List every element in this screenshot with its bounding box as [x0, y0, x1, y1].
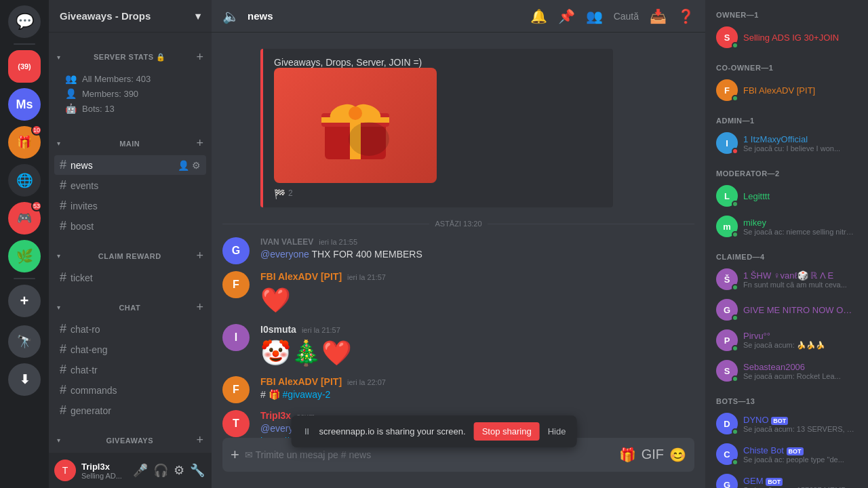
attach-icon[interactable]: +	[231, 438, 239, 472]
members-icon-header[interactable]: 👥	[586, 8, 603, 24]
embed-text: Giveaways, Drops, Server, JOIN =)	[274, 57, 602, 68]
msg-timestamp-2: ieri la 21:57	[347, 273, 386, 281]
member-name: Selling ADS IG 30+JOIN	[743, 33, 857, 43]
member-info: FBI AlexADV [PIT]	[743, 85, 857, 96]
channel-item-events[interactable]: # events	[54, 176, 206, 195]
svg-point-7	[349, 122, 389, 156]
add-server-button[interactable]: +	[8, 285, 41, 317]
member-item[interactable]: C Chiste Bot BOT Se joacă ac: people typ…	[711, 439, 863, 469]
channel-item-commands[interactable]: # commands	[54, 380, 206, 400]
server-icon-giveaways[interactable]: (39)	[8, 50, 41, 83]
notification-text: screennapp.io is sharing your screen.	[319, 426, 466, 436]
hash-icon-commands: #	[60, 383, 66, 397]
category-header-stats[interactable]: ▾ MAIN SERVER STATS 🔒 +	[54, 49, 206, 66]
msg-content-2: FBI AlexADV [PIT] ieri la 21:57 ❤️	[260, 271, 694, 317]
channel-header-hash-icon: 🔈	[222, 8, 239, 24]
giveaways-category-label: GIVEAWAYS	[106, 436, 153, 445]
chat-plus-icon[interactable]: +	[196, 300, 203, 314]
members-category-moderator-2: MODERATOR—2	[705, 159, 868, 180]
channel-sidebar: Giveaways - Drops ▾ ▾ MAIN SERVER STATS …	[49, 0, 212, 488]
server-name-bar[interactable]: Giveaways - Drops ▾	[49, 0, 212, 33]
channel-item-chat-tr[interactable]: # chat-tr	[54, 360, 206, 380]
input-icons: 🎁 GIF 😊	[619, 447, 686, 463]
msg-text-1: @everyone THX FOR 400 MEMBERS	[260, 248, 694, 261]
emoji-icon[interactable]: 😊	[669, 447, 686, 463]
bot-badge: BOT	[787, 447, 804, 455]
channel-item-chat-ro[interactable]: # chat-ro	[54, 319, 206, 339]
member-item[interactable]: F FBI AlexADV [PIT]	[711, 75, 863, 105]
member-info: GIVE ME NITRO NOW OR I W...	[743, 305, 857, 315]
inbox-icon[interactable]: 📥	[650, 8, 667, 24]
dm-button[interactable]: 💬	[8, 5, 41, 38]
channel-item-news[interactable]: # news 👤 ⚙	[54, 155, 206, 175]
channel-item-ticket[interactable]: # ticket	[54, 268, 206, 287]
app: 💬 (39) Ms 🎁 10 🌐 🎮 53 🌿 + 🔭 ⬇ Giveaways …	[0, 0, 868, 488]
member-name: Chiste Bot BOT	[743, 445, 857, 455]
server-icon-6[interactable]: 🌿	[8, 240, 41, 272]
mute-icon[interactable]: 🎤	[132, 462, 149, 479]
members-sidebar: OWNER—1 S Selling ADS IG 30+JOIN CO-OWNE…	[705, 0, 868, 488]
msg-text-3: 🤡🎄❤️	[260, 336, 694, 370]
member-sub: Se joacă acum: 13 SERVERS, 1345,797 se..…	[743, 425, 857, 433]
settings-icon[interactable]: 👤	[178, 160, 189, 171]
search-bar[interactable]: Caută	[614, 11, 639, 22]
help-icon[interactable]: ❓	[677, 8, 694, 24]
hash-icon-events: #	[60, 178, 66, 192]
status-indicator	[732, 428, 738, 435]
member-item[interactable]: S Selling ADS IG 30+JOIN	[711, 22, 863, 52]
member-item[interactable]: G GEM BOT Se joacă acum: 157637 MEMBE...	[711, 470, 863, 488]
bots-text: Bots: 13	[82, 104, 115, 114]
category-header-giveaways[interactable]: ▾ GIVEAWAYS +	[54, 432, 206, 449]
deafen-icon[interactable]: 🎧	[152, 462, 170, 479]
channel-name-generator: generator	[71, 405, 201, 416]
server-icon-4[interactable]: 🌐	[8, 164, 41, 197]
giveaway-link[interactable]: #givaway-2	[283, 389, 331, 400]
gear-icon[interactable]: ⚙	[192, 160, 201, 171]
member-item[interactable]: L Legitttt	[711, 181, 863, 211]
member-item[interactable]: I 1 ItzMaxyOfficial Se joacă cu: I belie…	[711, 128, 863, 158]
stats-plus-icon[interactable]: +	[196, 50, 203, 64]
member-item[interactable]: S Sebastean2006 Se joacă acum: Rocket Le…	[711, 356, 863, 386]
bell-icon[interactable]: 🔔	[530, 8, 547, 24]
channel-item-drops[interactable]: # drops	[54, 452, 206, 453]
member-item[interactable]: m mikey Se joacă ac: niemce selling nitr…	[711, 211, 863, 241]
member-name: 1 ŠHW ♀vanℓ🎲 ℝ Λ Ε	[743, 270, 857, 281]
notification-bar: ⏸ screennapp.io is sharing your screen. …	[292, 415, 577, 447]
user-info: TripI3x Selling AD...	[81, 462, 126, 480]
server-icon-2[interactable]: Ms	[8, 88, 41, 121]
claim-plus-icon[interactable]: +	[196, 249, 203, 263]
pause-icon: ⏸	[302, 426, 311, 436]
user-extra-icon[interactable]: 🔧	[189, 462, 206, 479]
member-item[interactable]: Š 1 ŠHW ♀vanℓ🎲 ℝ Λ Ε Fn sunt mult că am …	[711, 264, 863, 294]
member-name: Sebastean2006	[743, 362, 857, 372]
divider-line-right	[488, 224, 694, 224]
giveaways-plus-icon[interactable]: +	[196, 433, 203, 447]
member-sub: Se joacă acum: 157637 MEMBE...	[743, 486, 857, 489]
channel-item-boost[interactable]: # boost	[54, 216, 206, 236]
channel-item-generator[interactable]: # generator	[54, 401, 206, 420]
member-item[interactable]: P Pirvu°° Se joacă acum: 🍌🍌🍌	[711, 325, 863, 355]
category-header-chat[interactable]: ▾ CHAT +	[54, 299, 206, 316]
member-sub: Se joacă ac: niemce selling nitro for le…	[743, 228, 857, 236]
settings-icon-user[interactable]: ⚙	[172, 462, 186, 479]
pin-icon[interactable]: 📌	[558, 8, 575, 24]
category-server-stats: ▾ MAIN SERVER STATS 🔒 + 👥 All Members: 4…	[49, 38, 212, 124]
member-item[interactable]: D DYNO BOT Se joacă acum: 13 SERVERS, 13…	[711, 409, 863, 439]
member-item[interactable]: G GIVE ME NITRO NOW OR I W...	[711, 295, 863, 325]
main-plus-icon[interactable]: +	[196, 136, 203, 150]
gift-input-icon[interactable]: 🎁	[619, 447, 636, 463]
channel-header: 🔈 news 🔔 📌 👥 Caută 📥 ❓	[212, 0, 705, 33]
gif-icon[interactable]: GIF	[642, 447, 664, 463]
chat-chevron-icon: ▾	[57, 304, 60, 311]
category-header-claim[interactable]: ▾ CLAIM REWARD +	[54, 247, 206, 264]
stop-sharing-button[interactable]: Stop sharing	[474, 422, 540, 441]
channel-item-chat-eng[interactable]: # chat-eng	[54, 340, 206, 359]
category-header-main[interactable]: ▾ MAIN +	[54, 135, 206, 152]
user-avatar-letter: T	[62, 465, 68, 476]
explore-button[interactable]: 🔭	[8, 325, 41, 358]
channel-item-invites[interactable]: # invites	[54, 196, 206, 216]
hide-button[interactable]: Hide	[548, 426, 566, 436]
user-name: TripI3x	[81, 462, 126, 472]
status-indicator	[732, 95, 738, 102]
download-button[interactable]: ⬇	[8, 363, 41, 396]
